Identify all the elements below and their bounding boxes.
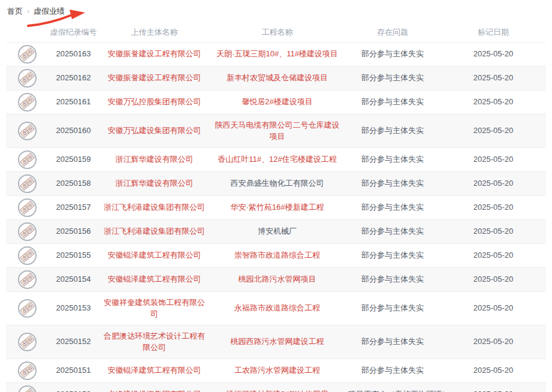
project-link[interactable]: 桃园西路污水管网建设工程 <box>231 337 324 346</box>
mark-date: 2025-05-20 <box>441 66 546 90</box>
fake-stamp-icon: 虚假 <box>18 69 37 88</box>
mark-date: 2025-05-20 <box>441 243 546 267</box>
fake-stamp-icon: 虚假 <box>18 333 37 351</box>
mark-date: 2025-05-20 <box>441 267 546 291</box>
problem-text: 部分参与主体失实 <box>345 66 441 90</box>
problem-text: 部分参与主体失实 <box>345 219 441 243</box>
mark-date: 2025-05-20 <box>441 147 546 171</box>
fake-stamp-icon: 虚假 <box>18 174 37 193</box>
fake-stamp-icon: 虚假 <box>18 385 37 392</box>
company-link[interactable]: 浙江飞利港建设集团有限公司 <box>104 203 205 212</box>
company-link[interactable]: 安徽锟泽建筑工程有限公司 <box>108 275 201 284</box>
header-record-number: 虚假纪录编号 <box>48 23 99 42</box>
project-link[interactable]: 清江源建材新建2#钢结构厂房 <box>226 390 328 392</box>
record-number: 20250150 <box>48 382 99 392</box>
fake-stamp-icon: 虚假 <box>18 246 37 265</box>
problem-text: 部分参与主体失实 <box>345 325 441 358</box>
record-number: 20250157 <box>48 195 99 219</box>
table-row[interactable]: 虚假 20250160 安徽万弘建设集团有限公司 陕西天马电缆有限公司二号仓库建… <box>6 114 546 147</box>
company-link[interactable]: 安徽振誉建设工程有限公司 <box>108 49 201 58</box>
company-link[interactable]: 安徽锟泽建筑工程有限公司 <box>108 366 201 375</box>
header-company: 上传主体名称 <box>99 23 210 42</box>
table-row[interactable]: 虚假 20250159 浙江辉华建设有限公司 香山红叶11#、12#住宅楼建设工… <box>6 147 546 171</box>
company-link[interactable]: 浙江飞利港建设集团有限公司 <box>104 227 205 236</box>
record-number: 20250162 <box>48 66 99 90</box>
mark-date: 2025-05-20 <box>441 195 546 219</box>
breadcrumb-current: 虚假业绩 <box>34 6 65 17</box>
record-number: 20250158 <box>48 171 99 195</box>
record-number: 20250155 <box>48 243 99 267</box>
mark-date: 2025-05-20 <box>441 114 546 147</box>
record-number: 20250156 <box>48 219 99 243</box>
project-link[interactable]: 新丰村农贸城及仓储建设项目 <box>227 73 328 82</box>
company-link[interactable]: 合肥澳达环境艺术设计工程有限公司 <box>104 331 205 352</box>
project-link[interactable]: 桃园北路污水管网项目 <box>239 275 316 284</box>
page: 首页 › 虚假业绩 虚假纪录编号 上传主体名称 工程名称 存在问题 标记日期 <box>0 0 552 392</box>
table-row[interactable]: 虚假 20250155 安徽锟泽建筑工程有限公司 崇智路市政道路综合工程 部分参… <box>6 243 546 267</box>
project-link[interactable]: 工农路污水管网建设工程 <box>234 366 320 375</box>
breadcrumb-home-link[interactable]: 首页 <box>7 6 23 17</box>
problem-text: 部分参与主体失实 <box>345 171 441 195</box>
table-row[interactable]: 虚假 20250153 安徽祥奎建筑装饰工程有限公司 永福路市政道路综合工程 部… <box>6 291 546 325</box>
project-link[interactable]: 华安·紫竹苑16#楼新建工程 <box>230 203 324 212</box>
record-number: 20250151 <box>48 358 99 382</box>
table-row[interactable]: 虚假 20250163 安徽振誉建设工程有限公司 天朗·五珑三期10#、11#楼… <box>6 42 546 66</box>
table-row[interactable]: 虚假 20250154 安徽锟泽建筑工程有限公司 桃园北路污水管网项目 部分参与… <box>6 267 546 291</box>
company-link[interactable]: 浙江辉华建设有限公司 <box>116 155 194 164</box>
record-number: 20250159 <box>48 147 99 171</box>
project-link[interactable]: 西安鼎盛生物化工有限公司 <box>231 179 324 188</box>
project-link[interactable]: 香山红叶11#、12#住宅楼建设工程 <box>218 155 336 164</box>
project-link[interactable]: 馨悦居2#楼建设项目 <box>242 97 312 106</box>
table-row[interactable]: 虚假 20250150 义峰建设投资集团有限公司 清江源建材新建2#钢结构厂房 … <box>6 382 546 392</box>
header-problem: 存在问题 <box>345 23 441 42</box>
breadcrumb-separator-icon: › <box>27 7 29 16</box>
project-link[interactable]: 崇智路市政道路综合工程 <box>234 251 320 260</box>
project-link[interactable]: 天朗·五珑三期10#、11#楼建设项目 <box>216 49 338 58</box>
table-row[interactable]: 虚假 20250151 安徽锟泽建筑工程有限公司 工农路污水管网建设工程 部分参… <box>6 358 546 382</box>
fake-stamp-icon: 虚假 <box>18 198 37 217</box>
fake-stamp-icon: 虚假 <box>18 45 37 64</box>
table-row[interactable]: 虚假 20250156 浙江飞利港建设集团有限公司 博安机械厂 部分参与主体失实… <box>6 219 546 243</box>
company-link[interactable]: 安徽万弘建设集团有限公司 <box>108 126 201 135</box>
table-row[interactable]: 虚假 20250162 安徽振誉建设工程有限公司 新丰村农贸城及仓储建设项目 部… <box>6 66 546 90</box>
mark-date: 2025-05-20 <box>441 219 546 243</box>
record-number: 20250161 <box>48 90 99 114</box>
record-number: 20250163 <box>48 42 99 66</box>
table-row[interactable]: 虚假 20250161 安徽万弘控股集团有限公司 馨悦居2#楼建设项目 部分参与… <box>6 90 546 114</box>
company-link[interactable]: 安徽万弘控股集团有限公司 <box>108 97 201 106</box>
table-row[interactable]: 虚假 20250152 合肥澳达环境艺术设计工程有限公司 桃园西路污水管网建设工… <box>6 325 546 358</box>
record-number: 20250160 <box>48 114 99 147</box>
problem-text: 部分参与主体失实 <box>345 267 441 291</box>
table-row[interactable]: 虚假 20250157 浙江飞利港建设集团有限公司 华安·紫竹苑16#楼新建工程… <box>6 195 546 219</box>
problem-text: 部分参与主体失实 <box>345 291 441 325</box>
project-link[interactable]: 陕西天马电缆有限公司二号仓库建设项目 <box>215 120 340 141</box>
table-body: 虚假 20250163 安徽振誉建设工程有限公司 天朗·五珑三期10#、11#楼… <box>6 42 546 392</box>
fake-stamp-icon: 虚假 <box>18 361 37 380</box>
company-link[interactable]: 义峰建设投资集团有限公司 <box>108 390 201 392</box>
company-link[interactable]: 安徽祥奎建筑装饰工程有限公司 <box>104 298 205 319</box>
record-number: 20250154 <box>48 267 99 291</box>
mark-date: 2025-05-20 <box>441 42 546 66</box>
table-header-row: 虚假纪录编号 上传主体名称 工程名称 存在问题 标记日期 <box>6 23 546 42</box>
mark-date: 2025-05-20 <box>441 171 546 195</box>
company-link[interactable]: 安徽振誉建设工程有限公司 <box>108 73 201 82</box>
problem-text: 部分参与主体失实 <box>345 42 441 66</box>
table-row[interactable]: 虚假 20250158 浙江辉华建设有限公司 西安鼎盛生物化工有限公司 部分参与… <box>6 171 546 195</box>
company-link[interactable]: 安徽锟泽建筑工程有限公司 <box>108 251 201 260</box>
header-icon-spacer <box>6 23 48 42</box>
project-link[interactable]: 博安机械厂 <box>258 227 297 236</box>
problem-text: 部分参与主体失实 <box>345 114 441 147</box>
fake-stamp-icon: 虚假 <box>18 222 37 241</box>
header-project: 工程名称 <box>210 23 345 42</box>
fake-stamp-icon: 虚假 <box>18 150 37 169</box>
fake-records-table: 虚假纪录编号 上传主体名称 工程名称 存在问题 标记日期 虚假 20250163… <box>6 23 546 392</box>
fake-stamp-icon: 虚假 <box>18 270 37 289</box>
project-link[interactable]: 永福路市政道路综合工程 <box>234 303 320 312</box>
mark-date: 2025-05-20 <box>441 90 546 114</box>
company-link[interactable]: 浙江辉华建设有限公司 <box>116 179 194 188</box>
problem-text: 部分参与主体失实 <box>345 147 441 171</box>
breadcrumb: 首页 › 虚假业绩 <box>0 0 552 17</box>
fake-stamp-icon: 虚假 <box>18 93 37 111</box>
fake-stamp-icon: 虚假 <box>18 299 37 318</box>
header-date: 标记日期 <box>441 23 546 42</box>
